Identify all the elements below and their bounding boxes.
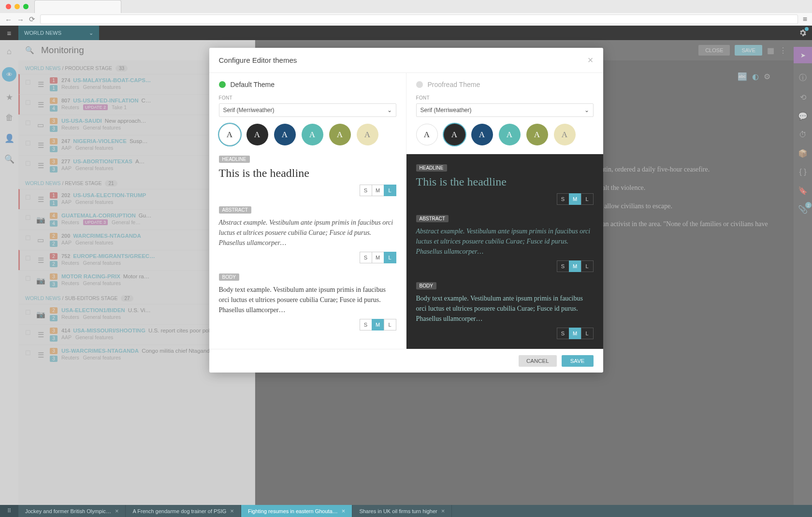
font-label: FONT [219, 95, 396, 101]
swatch-white[interactable]: A [416, 124, 438, 145]
abstract-label: ABSTRACT [416, 215, 449, 222]
color-swatch-row: A A A A A A [219, 124, 396, 145]
font-select[interactable]: Serif (Merriweather) ⌄ [219, 103, 396, 117]
swatch-dark[interactable]: A [246, 124, 268, 145]
tab-close-icon[interactable]: × [115, 507, 119, 515]
tab-close-icon[interactable]: × [230, 507, 234, 515]
body-label: BODY [219, 273, 239, 281]
swatch-teal[interactable]: A [302, 124, 323, 145]
chevron-down-icon: ⌄ [89, 30, 93, 36]
swatch-olive[interactable]: A [329, 124, 351, 145]
font-label: FONT [416, 95, 594, 101]
url-bar[interactable] [40, 14, 798, 24]
preview-abstract: Abstract example. Vestibulum ante ipsum … [219, 217, 396, 248]
workspace-tab[interactable]: Fighting resumes in eastern Ghouta…× [241, 505, 352, 517]
size-m-button[interactable]: M [569, 328, 581, 339]
notifications-gear-icon[interactable] [798, 29, 807, 37]
size-s-button[interactable]: S [557, 260, 569, 272]
body-label: BODY [416, 282, 436, 289]
proofread-theme-column: Proofread Theme FONT Serif (Merriweather… [406, 73, 603, 349]
browser-tab[interactable] [34, 0, 121, 13]
theme-name: Proofread Theme [428, 81, 480, 88]
size-l-button[interactable]: L [384, 185, 396, 196]
body-size-row: S M L [219, 319, 396, 330]
size-m-button[interactable]: M [372, 252, 384, 263]
size-m-button[interactable]: M [372, 319, 384, 330]
modal-title: Configure Editor themes [219, 56, 297, 64]
modal-close-icon[interactable]: × [588, 55, 594, 66]
cancel-button[interactable]: CANCEL [519, 355, 557, 367]
app-menu-icon[interactable]: ≡ [0, 29, 18, 37]
headline-size-row: S M L [219, 185, 396, 196]
workspace-dropdown[interactable]: WORLD NEWS ⌄ [18, 26, 99, 40]
tab-label: Jockey and former British Olympic… [25, 508, 111, 514]
tab-label: Shares in UK oil firms turn higher [359, 508, 437, 514]
bottom-bar: ⠿ Jockey and former British Olympic…×A F… [0, 505, 812, 517]
close-window-icon[interactable] [6, 4, 11, 9]
color-swatch-row: A A A A A A [416, 124, 594, 145]
tab-label: A French gendarme dog trainer of PSIG [132, 508, 226, 514]
preview-abstract: Abstract example. Vestibulum ante ipsum … [416, 226, 594, 257]
size-m-button[interactable]: M [569, 193, 581, 205]
font-select[interactable]: Serif (Merriweather) ⌄ [416, 103, 594, 117]
size-l-button[interactable]: L [581, 193, 594, 205]
swatch-white[interactable]: A [219, 124, 241, 145]
modal-overlay: Configure Editor themes × Default Theme … [0, 40, 812, 505]
default-theme-column: Default Theme FONT Serif (Merriweather) … [209, 73, 406, 349]
swatch-navy[interactable]: A [274, 124, 296, 145]
tab-close-icon[interactable]: × [342, 507, 346, 515]
theme-active-indicator[interactable] [416, 81, 423, 88]
reload-icon[interactable]: ⟳ [29, 15, 35, 24]
size-m-button[interactable]: M [569, 260, 581, 272]
swatch-cream[interactable]: A [554, 124, 576, 145]
window-controls [4, 4, 29, 9]
chevron-down-icon: ⌄ [387, 107, 392, 114]
size-s-button[interactable]: S [360, 252, 372, 263]
swatch-teal[interactable]: A [499, 124, 521, 145]
size-s-button[interactable]: S [557, 193, 569, 205]
chevron-down-icon: ⌄ [584, 107, 589, 114]
minimize-window-icon[interactable] [14, 4, 20, 9]
abstract-label: ABSTRACT [219, 206, 251, 214]
size-s-button[interactable]: S [557, 328, 569, 339]
swatch-olive[interactable]: A [526, 124, 548, 145]
swatch-navy[interactable]: A [471, 124, 493, 145]
browser-menu-icon[interactable]: ≡ [803, 15, 807, 24]
notification-badge [804, 26, 810, 32]
swatch-cream[interactable]: A [357, 124, 378, 145]
apps-grid-icon[interactable]: ⠿ [0, 505, 18, 517]
tab-close-icon[interactable]: × [441, 507, 445, 515]
workspace-tab[interactable]: Jockey and former British Olympic…× [18, 505, 126, 517]
size-l-button[interactable]: L [581, 328, 594, 339]
abstract-size-row: S M L [219, 252, 396, 263]
workspace-tab[interactable]: A French gendarme dog trainer of PSIG× [126, 505, 241, 517]
configure-themes-modal: Configure Editor themes × Default Theme … [209, 48, 603, 373]
size-l-button[interactable]: L [581, 260, 594, 272]
maximize-window-icon[interactable] [23, 4, 29, 9]
workspace-label: WORLD NEWS [24, 30, 61, 36]
size-s-button[interactable]: S [360, 319, 372, 330]
headline-label: HEADLINE [219, 156, 250, 163]
size-l-button[interactable]: L [384, 252, 396, 263]
browser-chrome: ← → ⟳ ≡ [0, 0, 812, 26]
theme-active-indicator[interactable] [219, 81, 226, 88]
app-top-bar: ≡ WORLD NEWS ⌄ [0, 26, 812, 40]
size-m-button[interactable]: M [372, 185, 384, 196]
size-s-button[interactable]: S [360, 185, 372, 196]
save-button[interactable]: SAVE [562, 355, 594, 367]
preview-headline: This is the headline [416, 175, 594, 188]
preview-headline: This is the headline [219, 167, 396, 180]
theme-name: Default Theme [231, 81, 275, 88]
headline-label: HEADLINE [416, 164, 447, 172]
preview-body: Body text example. Vestibulum ante ipsum… [219, 285, 396, 315]
preview-body: Body text example. Vestibulum ante ipsum… [416, 293, 594, 324]
back-icon[interactable]: ← [5, 15, 12, 24]
tab-label: Fighting resumes in eastern Ghouta… [248, 508, 338, 514]
workspace-tab[interactable]: Shares in UK oil firms turn higher× [352, 505, 452, 517]
size-l-button[interactable]: L [384, 319, 396, 330]
forward-icon[interactable]: → [17, 15, 24, 24]
swatch-dark[interactable]: A [444, 124, 465, 145]
